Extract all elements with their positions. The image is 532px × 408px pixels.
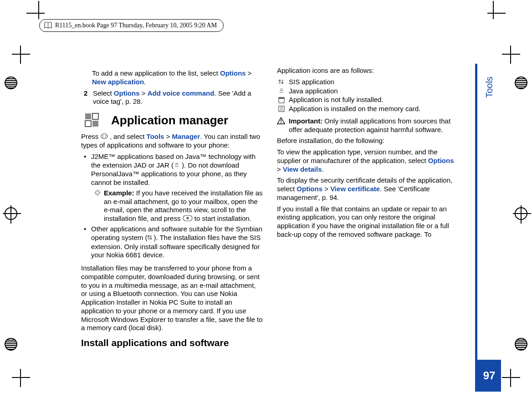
svg-point-5 [101, 133, 107, 138]
view-details-link: View details [283, 165, 322, 173]
svg-rect-3 [85, 121, 91, 127]
svg-point-20 [186, 217, 189, 219]
update-paragraph: If you install a file that contains an u… [277, 205, 459, 239]
page-header: R1115_en.book Page 97 Thursday, February… [39, 19, 224, 32]
view-details-para: To view the application type, version nu… [277, 148, 459, 173]
crop-bar-icon [493, 1, 494, 19]
icon-list-label: SIS application [289, 78, 334, 87]
manager-link: Manager [172, 133, 200, 140]
svg-line-16 [99, 194, 100, 195]
crop-bar-icon [26, 13, 45, 14]
press-line: Press , and select Tools > Manager. You … [81, 133, 263, 150]
bullet-symbian: • Other applications and software suitab… [84, 225, 263, 260]
icon-list: SIS application Java application Applica… [277, 78, 459, 113]
sis-icon [147, 234, 153, 243]
svg-rect-1 [85, 113, 91, 119]
header-text: R1115_en.book Page 97 Thursday, February… [55, 22, 217, 29]
not-fully-installed-icon [277, 97, 286, 103]
icon-list-row: Application is not fully installed. [277, 96, 459, 104]
crop-bar-icon [38, 1, 39, 19]
example-block: Example: If you have received the instal… [94, 189, 263, 224]
icon-list-label: Application is installed on the memory c… [289, 105, 420, 113]
registration-hatch-icon [515, 338, 527, 351]
transfer-paragraph: Installation files may be transferred to… [81, 264, 263, 332]
tip-icon [94, 189, 104, 224]
intro-line: To add a new application to the list, se… [92, 69, 263, 87]
crop-mark-icon [502, 46, 520, 64]
sub-heading: Install applications and software [81, 337, 263, 349]
java-icon [174, 162, 180, 170]
svg-rect-25 [279, 80, 281, 82]
step-number: 2 [84, 89, 93, 107]
options-link: Options [297, 185, 322, 193]
section-tab-label: Tools [484, 76, 495, 98]
app-manager-icon [84, 112, 100, 128]
icon-list-label: Java application [289, 87, 338, 96]
icons-intro: Application icons are as follows: [277, 66, 459, 75]
svg-rect-24 [150, 238, 152, 240]
svg-line-17 [95, 194, 96, 195]
crop-mark-icon [502, 369, 520, 387]
crop-mark-icon [12, 369, 30, 387]
svg-rect-30 [279, 97, 284, 99]
svg-rect-2 [92, 113, 98, 119]
sis-app-icon [277, 79, 286, 85]
new-application-link: New application [92, 78, 144, 86]
view-certificate-link: View certificate [330, 185, 380, 193]
svg-rect-26 [281, 80, 283, 82]
svg-rect-23 [148, 238, 149, 240]
example-label: Example: [104, 189, 134, 197]
registration-target-icon [515, 207, 527, 220]
sidebar: Tools 97 [477, 64, 501, 392]
icon-list-label: Application is not fully installed. [289, 96, 384, 104]
before-install-line: Before installation, do the following: [277, 137, 459, 145]
options-link: Options [428, 157, 454, 164]
bullet-dot-icon: • [84, 225, 91, 260]
options-link: Options [220, 69, 246, 77]
menu-key-icon [101, 133, 108, 142]
options-link: Options [114, 89, 140, 97]
icon-list-row: Java application [277, 87, 459, 96]
crop-bar-icon [487, 13, 506, 14]
svg-rect-22 [150, 235, 152, 237]
page-number: 97 [477, 360, 501, 392]
java-app-icon [277, 88, 286, 94]
registration-target-icon [5, 207, 17, 220]
section-heading: Application manager [81, 112, 263, 128]
svg-point-10 [96, 191, 99, 194]
icon-list-row: SIS application [277, 78, 459, 87]
page-body: To add a new application to the list, se… [81, 66, 459, 358]
icon-list-row: Application is installed on the memory c… [277, 105, 459, 113]
bullet-j2me: • J2ME™ applications based on Java™ tech… [84, 153, 263, 187]
svg-point-37 [281, 122, 281, 123]
add-voice-command-link: Add voice command [148, 89, 215, 97]
svg-point-8 [102, 137, 103, 138]
svg-point-7 [105, 135, 106, 136]
svg-rect-21 [148, 235, 149, 237]
crop-mark-icon [12, 46, 30, 64]
step-2: 2 Select Options > Add voice command. Se… [84, 89, 263, 107]
registration-hatch-icon [515, 76, 527, 89]
tools-link: Tools [147, 133, 164, 140]
svg-rect-4 [92, 121, 98, 127]
svg-rect-28 [281, 82, 283, 84]
view-cert-para: To display the security certificate deta… [277, 176, 459, 202]
svg-line-18 [99, 190, 100, 191]
book-icon [44, 22, 52, 29]
important-block: Important: Only install applications fro… [277, 117, 459, 134]
select-key-icon [183, 215, 193, 224]
svg-line-15 [95, 190, 96, 191]
warning-icon [277, 117, 287, 134]
memory-card-icon [277, 106, 286, 112]
important-label: Important: [289, 117, 322, 125]
registration-hatch-icon [5, 338, 17, 351]
svg-point-6 [102, 135, 103, 136]
svg-point-9 [105, 137, 106, 138]
registration-hatch-icon [5, 76, 17, 89]
bullet-dot-icon: • [84, 153, 91, 187]
section-title: Application manager [111, 113, 228, 128]
svg-rect-27 [279, 82, 281, 84]
